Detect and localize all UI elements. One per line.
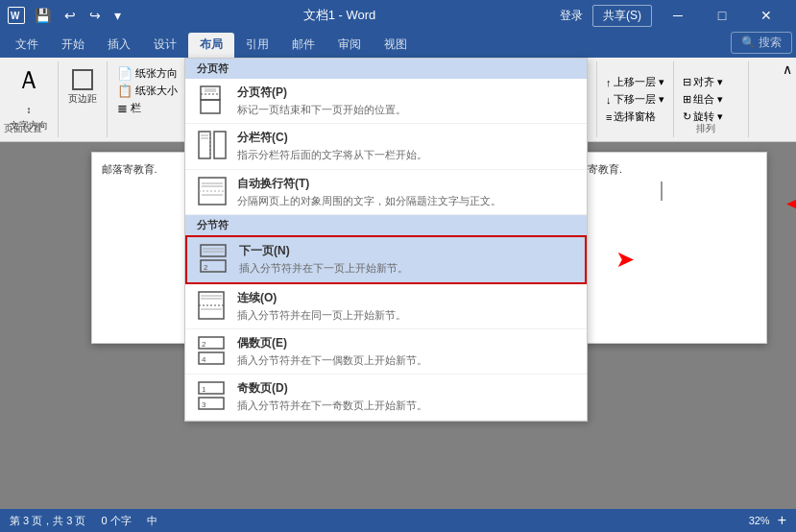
svg-rect-2	[201, 86, 220, 100]
align-button[interactable]: ⊟对齐 ▾	[680, 74, 726, 90]
svg-rect-4	[201, 100, 220, 113]
undo-button[interactable]: ↩	[60, 6, 80, 25]
continuous-title: 连续(O)	[237, 290, 575, 306]
margins-label: 页边距	[68, 92, 97, 106]
orientation-icon: 📄	[117, 66, 133, 81]
save-button[interactable]: 💾	[31, 6, 55, 25]
cursor-line	[662, 181, 663, 201]
page-break-header: 分页符	[185, 59, 587, 79]
dropdown-item-column-break[interactable]: 分栏符(C) 指示分栏符后面的文字将从下一栏开始。	[185, 124, 587, 169]
quick-access-more-button[interactable]: ▾	[110, 6, 125, 25]
document-page-right[interactable]: 邮落寄教育. ➤	[556, 152, 767, 344]
column-break-text: 分栏符(C) 指示分栏符后面的文字将从下一栏开始。	[237, 130, 575, 162]
zoom-in-button[interactable]: +	[778, 512, 786, 529]
even-page-desc: 插入分节符并在下一偶数页上开始新节。	[237, 353, 575, 368]
dropdown-item-page-break[interactable]: 分页符(P) 标记一页结束和下一页开始的位置。	[185, 79, 587, 124]
group-button[interactable]: ⊞组合 ▾	[680, 91, 726, 108]
doc-text-left: 邮落寄教育.	[102, 163, 157, 175]
odd-page-title: 奇数页(D)	[237, 380, 575, 397]
dropdown-item-continuous[interactable]: 连续(O) 插入分节符并在同一页上开始新节。	[185, 284, 587, 329]
redo-button[interactable]: ↪	[85, 6, 105, 25]
next-page-text: 下一页(N) 插入分节符并在下一页上开始新节。	[239, 243, 573, 276]
paper-size-button[interactable]: 📋纸张大小	[113, 83, 181, 99]
section-break-header: 分节符	[185, 215, 587, 235]
even-page-icon: 2 4	[197, 335, 228, 366]
page-break-desc: 标记一页结束和下一页开始的位置。	[237, 103, 575, 117]
separator-dropdown: 分页符 分页符(P) 标记一页结束和下一页开始的位置。	[184, 58, 588, 422]
tab-home[interactable]: 开始	[50, 33, 96, 58]
columns-icon: ≣	[117, 101, 128, 115]
next-page-icon: 2	[199, 243, 229, 274]
dropdown-item-odd-page[interactable]: 1 3 奇数页(D) 插入分节符并在下一奇数页上开始新节。	[185, 375, 587, 420]
text-direction-icon: Ａ↕	[16, 67, 41, 117]
columns-button[interactable]: ≣栏	[113, 100, 181, 116]
next-page-desc: 插入分节符并在下一页上开始新节。	[239, 261, 573, 276]
auto-break-desc: 分隔网页上的对象周围的文字，如分隔题注文字与正文。	[237, 194, 575, 208]
bring-forward-icon: ↑	[606, 77, 612, 88]
collapse-icon[interactable]: ∧	[783, 61, 792, 77]
even-page-text: 偶数页(E) 插入分节符并在下一偶数页上开始新节。	[237, 335, 575, 368]
continuous-desc: 插入分节符并在同一页上开始新节。	[237, 308, 575, 323]
tab-references[interactable]: 引用	[234, 33, 280, 58]
page-setup-label: 页面设置	[0, 120, 46, 137]
word-icon: W	[8, 7, 25, 24]
page-break-text: 分页符(P) 标记一页结束和下一页开始的位置。	[237, 85, 575, 117]
dropdown-item-auto-break[interactable]: 自动换行符(T) 分隔网页上的对象周围的文字，如分隔题注文字与正文。	[185, 170, 587, 215]
margins-button[interactable]: 页边距	[64, 65, 101, 108]
even-page-title: 偶数页(E)	[237, 335, 575, 351]
tab-file[interactable]: 文件	[4, 33, 50, 58]
group-icon: ⊞	[683, 93, 691, 106]
tab-layout[interactable]: 布局	[188, 33, 234, 58]
bring-forward-button[interactable]: ↑上移一层 ▾	[603, 74, 667, 90]
zoom-button[interactable]: 32%	[749, 515, 770, 526]
tab-design[interactable]: 设计	[142, 33, 188, 58]
svg-text:W: W	[11, 11, 20, 21]
close-button[interactable]: ✕	[744, 0, 788, 31]
send-backward-button[interactable]: ↓下移一层 ▾	[603, 91, 667, 108]
section-next-page-wrapper: 2 下一页(N) 插入分节符并在下一页上开始新节。 ➤	[185, 235, 587, 283]
svg-rect-8	[214, 132, 226, 158]
page-break-title: 分页符(P)	[237, 85, 575, 101]
right-arrow-indicator: ➤	[785, 191, 796, 218]
dropdown-item-even-page[interactable]: 2 4 偶数页(E) 插入分节符并在下一偶数页上开始新节。	[185, 329, 587, 375]
odd-page-icon: 1 3	[197, 380, 228, 411]
cursor-indicator	[662, 181, 663, 201]
window-title: 文档1 - Word	[125, 7, 554, 24]
login-button[interactable]: 登录	[554, 6, 589, 26]
page-break-icon	[197, 85, 228, 115]
continuous-icon	[197, 290, 228, 321]
status-bar: 第 3 页，共 3 页 0 个字 中 32% +	[0, 509, 796, 532]
title-bar: W 💾 ↩ ↪ ▾ 文档1 - Word 登录 共享(S) ─ □ ✕	[0, 0, 796, 31]
column-break-title: 分栏符(C)	[237, 130, 575, 146]
svg-text:2: 2	[204, 263, 208, 272]
paper-orientation-button[interactable]: 📄纸张方向	[113, 65, 181, 82]
page-info: 第 3 页，共 3 页	[10, 514, 85, 528]
size-icon: 📋	[117, 84, 133, 98]
share-button[interactable]: 共享(S)	[592, 5, 652, 27]
status-right: 32% +	[749, 512, 786, 529]
title-bar-left: W 💾 ↩ ↪ ▾	[8, 6, 125, 25]
select-pane-button[interactable]: ≡选择窗格	[603, 109, 667, 125]
search-box[interactable]: 🔍 搜索	[731, 32, 792, 54]
continuous-text: 连续(O) 插入分节符并在同一页上开始新节。	[237, 290, 575, 323]
tab-view[interactable]: 视图	[373, 33, 419, 58]
maximize-button[interactable]: □	[700, 0, 744, 31]
ribbon-tabs: 文件 开始 插入 设计 布局 引用 邮件 审阅 视图 🔍 搜索	[0, 31, 796, 58]
tab-mail[interactable]: 邮件	[280, 33, 326, 58]
next-page-title: 下一页(N)	[239, 243, 573, 259]
svg-rect-18	[201, 245, 226, 256]
dropdown-item-next-page[interactable]: 2 下一页(N) 插入分节符并在下一页上开始新节。	[185, 235, 587, 283]
tab-insert[interactable]: 插入	[96, 33, 142, 58]
minimize-button[interactable]: ─	[656, 0, 700, 31]
odd-page-text: 奇数页(D) 插入分节符并在下一奇数页上开始新节。	[237, 380, 575, 413]
next-page-arrow: ➤	[615, 246, 635, 273]
tab-review[interactable]: 审阅	[326, 33, 373, 58]
svg-text:4: 4	[202, 355, 206, 364]
auto-break-icon	[197, 176, 228, 206]
send-backward-icon: ↓	[606, 94, 612, 106]
odd-page-desc: 插入分节符并在下一奇数页上开始新节。	[237, 399, 575, 413]
char-count: 0 个字	[101, 514, 131, 528]
zoom-level: 32%	[749, 515, 770, 526]
collapse-ribbon-button[interactable]: ∧	[783, 61, 792, 77]
auto-break-title: 自动换行符(T)	[237, 176, 575, 192]
